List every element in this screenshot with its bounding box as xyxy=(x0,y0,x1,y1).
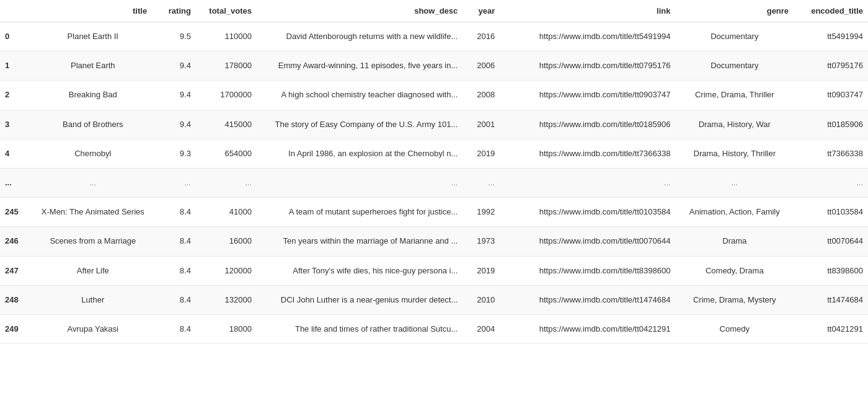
cell-desc: A high school chemistry teacher diagnose… xyxy=(257,81,463,110)
cell-desc: The story of Easy Company of the U.S. Ar… xyxy=(257,110,463,139)
cell-index: 1 xyxy=(0,51,33,81)
table-row: 247After Life8.4120000After Tony's wife … xyxy=(0,256,868,285)
table-row: ........................... xyxy=(0,168,868,197)
cell-link: https://www.imdb.com/title/tt5491994 xyxy=(500,22,675,51)
header-desc: show_desc xyxy=(257,0,463,22)
cell-votes: 1700000 xyxy=(196,81,257,110)
cell-year: 2019 xyxy=(463,139,500,168)
cell-link: https://www.imdb.com/title/tt0903747 xyxy=(500,81,675,110)
cell-encoded: tt0103584 xyxy=(794,198,868,227)
cell-desc: After Tony's wife dies, his nice-guy per… xyxy=(257,256,463,285)
cell-link: ... xyxy=(500,168,675,197)
cell-link: https://www.imdb.com/title/tt8398600 xyxy=(500,256,675,285)
cell-votes: 415000 xyxy=(196,110,257,139)
table-row: 4Chernobyl9.3654000In April 1986, an exp… xyxy=(0,139,868,168)
cell-genre: Comedy, Drama xyxy=(675,256,794,285)
cell-genre: Drama, History, Thriller xyxy=(675,139,794,168)
cell-index: 245 xyxy=(0,198,33,227)
cell-year: 1992 xyxy=(463,198,500,227)
cell-votes: 16000 xyxy=(196,227,257,256)
cell-index: ... xyxy=(0,168,33,197)
cell-link: https://www.imdb.com/title/tt0185906 xyxy=(500,110,675,139)
cell-encoded: tt0070644 xyxy=(794,227,868,256)
cell-genre: Comedy xyxy=(675,314,794,343)
cell-desc: The life and times of rather traditional… xyxy=(257,314,463,343)
cell-votes: 178000 xyxy=(196,51,257,81)
cell-desc: In April 1986, an explosion at the Chern… xyxy=(257,139,463,168)
cell-index: 249 xyxy=(0,314,33,343)
cell-encoded: tt7366338 xyxy=(794,139,868,168)
cell-desc: David Attenborough returns with a new wi… xyxy=(257,22,463,51)
cell-votes: 654000 xyxy=(196,139,257,168)
cell-year: 2019 xyxy=(463,256,500,285)
cell-encoded: tt1474684 xyxy=(794,285,868,314)
header-year: year xyxy=(463,0,500,22)
cell-genre: ... xyxy=(675,168,794,197)
cell-index: 0 xyxy=(0,22,33,51)
cell-title: Planet Earth II xyxy=(33,22,152,51)
cell-year: 2010 xyxy=(463,285,500,314)
cell-title: Avrupa Yakasi xyxy=(33,314,152,343)
cell-encoded: tt0903747 xyxy=(794,81,868,110)
cell-title: Scenes from a Marriage xyxy=(33,227,152,256)
cell-rating: 8.4 xyxy=(152,285,196,314)
table-header-row: title rating total_votes show_desc year … xyxy=(0,0,868,22)
header-link: link xyxy=(500,0,675,22)
cell-index: 4 xyxy=(0,139,33,168)
cell-year: 2004 xyxy=(463,314,500,343)
cell-title: X-Men: The Animated Series xyxy=(33,198,152,227)
cell-encoded: tt5491994 xyxy=(794,22,868,51)
data-table-container: title rating total_votes show_desc year … xyxy=(0,0,868,344)
cell-votes: 18000 xyxy=(196,314,257,343)
cell-genre: Documentary xyxy=(675,51,794,81)
cell-year: ... xyxy=(463,168,500,197)
cell-link: https://www.imdb.com/title/tt0795176 xyxy=(500,51,675,81)
cell-title: Band of Brothers xyxy=(33,110,152,139)
cell-title: ... xyxy=(33,168,152,197)
header-index xyxy=(0,0,33,22)
cell-index: 246 xyxy=(0,227,33,256)
cell-genre: Crime, Drama, Mystery xyxy=(675,285,794,314)
cell-title: Planet Earth xyxy=(33,51,152,81)
cell-rating: 9.4 xyxy=(152,51,196,81)
cell-votes: 132000 xyxy=(196,285,257,314)
cell-rating: 9.4 xyxy=(152,81,196,110)
table-row: 3Band of Brothers9.4415000The story of E… xyxy=(0,110,868,139)
cell-encoded: ... xyxy=(794,168,868,197)
cell-title: Chernobyl xyxy=(33,139,152,168)
cell-encoded: tt0795176 xyxy=(794,51,868,81)
table-row: 0Planet Earth II9.5110000David Attenboro… xyxy=(0,22,868,51)
cell-desc: DCI John Luther is a near-genius murder … xyxy=(257,285,463,314)
cell-year: 2008 xyxy=(463,81,500,110)
cell-link: https://www.imdb.com/title/tt0070644 xyxy=(500,227,675,256)
table-row: 245X-Men: The Animated Series8.441000A t… xyxy=(0,198,868,227)
cell-rating: 8.4 xyxy=(152,256,196,285)
table-row: 2Breaking Bad9.41700000A high school che… xyxy=(0,81,868,110)
cell-votes: 110000 xyxy=(196,22,257,51)
cell-year: 2016 xyxy=(463,22,500,51)
cell-link: https://www.imdb.com/title/tt0103584 xyxy=(500,198,675,227)
cell-rating: ... xyxy=(152,168,196,197)
cell-encoded: tt0421291 xyxy=(794,314,868,343)
cell-desc: Emmy Award-winning, 11 episodes, five ye… xyxy=(257,51,463,81)
cell-index: 3 xyxy=(0,110,33,139)
cell-genre: Documentary xyxy=(675,22,794,51)
cell-genre: Drama, History, War xyxy=(675,110,794,139)
cell-title: Breaking Bad xyxy=(33,81,152,110)
cell-genre: Drama xyxy=(675,227,794,256)
cell-genre: Animation, Action, Family xyxy=(675,198,794,227)
table-row: 249Avrupa Yakasi8.418000The life and tim… xyxy=(0,314,868,343)
cell-title: After Life xyxy=(33,256,152,285)
cell-rating: 8.4 xyxy=(152,227,196,256)
cell-link: https://www.imdb.com/title/tt1474684 xyxy=(500,285,675,314)
cell-encoded: tt8398600 xyxy=(794,256,868,285)
table-row: 246Scenes from a Marriage8.416000Ten yea… xyxy=(0,227,868,256)
cell-rating: 9.5 xyxy=(152,22,196,51)
cell-rating: 8.4 xyxy=(152,314,196,343)
cell-index: 248 xyxy=(0,285,33,314)
cell-encoded: tt0185906 xyxy=(794,110,868,139)
cell-desc: A team of mutant superheroes fight for j… xyxy=(257,198,463,227)
cell-desc: Ten years within the marriage of Mariann… xyxy=(257,227,463,256)
cell-rating: 9.4 xyxy=(152,110,196,139)
cell-votes: 41000 xyxy=(196,198,257,227)
